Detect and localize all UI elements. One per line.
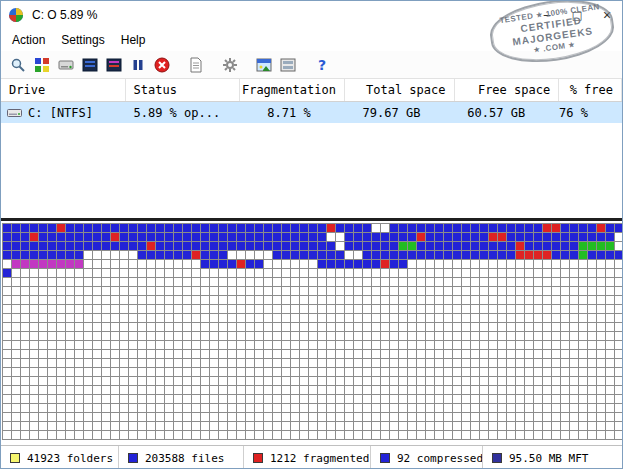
map-cell bbox=[354, 386, 363, 395]
map-cell bbox=[381, 251, 390, 260]
map-cell bbox=[363, 422, 372, 431]
map-cell bbox=[615, 233, 623, 242]
map-cell bbox=[147, 233, 156, 242]
minimize-button[interactable]: − bbox=[532, 1, 562, 29]
boot-time-scan-button[interactable] bbox=[252, 53, 276, 77]
about-button[interactable]: ? bbox=[310, 53, 334, 77]
map-cell bbox=[381, 296, 390, 305]
map-cell bbox=[561, 287, 570, 296]
map-cell bbox=[435, 323, 444, 332]
map-cell bbox=[480, 431, 489, 440]
map-cell bbox=[21, 305, 30, 314]
map-cell bbox=[408, 323, 417, 332]
map-cell bbox=[525, 413, 534, 422]
map-cell bbox=[381, 260, 390, 269]
map-cell bbox=[606, 260, 615, 269]
map-cell bbox=[210, 395, 219, 404]
map-cell bbox=[147, 260, 156, 269]
stop-button[interactable] bbox=[150, 53, 174, 77]
settings-button[interactable] bbox=[218, 53, 242, 77]
map-cell bbox=[93, 395, 102, 404]
map-cell bbox=[444, 260, 453, 269]
table-row[interactable]: C: [NTFS]5.89 % op...8.71 %79.67 GB60.57… bbox=[1, 102, 622, 123]
map-cell bbox=[444, 431, 453, 440]
map-cell bbox=[201, 350, 210, 359]
column-header-total-space[interactable]: Total space bbox=[345, 79, 455, 101]
map-cell bbox=[399, 422, 408, 431]
map-cell bbox=[12, 278, 21, 287]
map-cell bbox=[174, 404, 183, 413]
map-cell bbox=[489, 233, 498, 242]
map-cell bbox=[579, 404, 588, 413]
map-cell bbox=[498, 332, 507, 341]
map-cell bbox=[462, 359, 471, 368]
map-cell bbox=[561, 377, 570, 386]
map-cell bbox=[345, 386, 354, 395]
close-button[interactable]: ✕ bbox=[592, 1, 622, 29]
menu-action[interactable]: Action bbox=[4, 30, 53, 50]
menu-settings[interactable]: Settings bbox=[53, 30, 112, 50]
map-cell bbox=[516, 242, 525, 251]
map-cell bbox=[147, 314, 156, 323]
title-bar: C: O 5.89 % − □ ✕ bbox=[1, 1, 622, 29]
boot-script-button[interactable] bbox=[276, 53, 300, 77]
map-cell bbox=[291, 323, 300, 332]
map-cell bbox=[318, 413, 327, 422]
analyze-button[interactable] bbox=[6, 53, 30, 77]
optimize-mft-button[interactable] bbox=[102, 53, 126, 77]
map-cell bbox=[102, 233, 111, 242]
map-cell bbox=[57, 332, 66, 341]
map-cell bbox=[165, 350, 174, 359]
map-cell bbox=[480, 413, 489, 422]
column-header-fragmentation[interactable]: Fragmentation bbox=[240, 79, 345, 101]
map-cell bbox=[138, 251, 147, 260]
map-cell bbox=[426, 359, 435, 368]
map-cell bbox=[507, 260, 516, 269]
map-cell bbox=[345, 260, 354, 269]
map-cell bbox=[327, 314, 336, 323]
column-header-free[interactable]: % free bbox=[559, 79, 622, 101]
maximize-button[interactable]: □ bbox=[562, 1, 592, 29]
report-button[interactable] bbox=[184, 53, 208, 77]
map-cell bbox=[390, 287, 399, 296]
map-cell bbox=[66, 305, 75, 314]
map-cell bbox=[102, 341, 111, 350]
map-cell bbox=[336, 413, 345, 422]
column-header-free-space[interactable]: Free space bbox=[455, 79, 560, 101]
map-cell bbox=[192, 278, 201, 287]
map-cell bbox=[489, 323, 498, 332]
map-cell bbox=[201, 314, 210, 323]
map-cell bbox=[93, 242, 102, 251]
map-cell bbox=[462, 323, 471, 332]
map-cell bbox=[273, 332, 282, 341]
map-cell bbox=[165, 377, 174, 386]
menu-help[interactable]: Help bbox=[113, 30, 154, 50]
map-cell bbox=[507, 332, 516, 341]
map-cell bbox=[147, 359, 156, 368]
map-cell bbox=[183, 341, 192, 350]
quick-optimize-button[interactable] bbox=[54, 53, 78, 77]
pause-button[interactable] bbox=[126, 53, 150, 77]
map-cell bbox=[75, 314, 84, 323]
column-header-status[interactable]: Status bbox=[126, 79, 241, 101]
map-cell bbox=[435, 278, 444, 287]
full-optimize-button[interactable] bbox=[78, 53, 102, 77]
map-cell bbox=[291, 341, 300, 350]
column-header-drive[interactable]: Drive bbox=[1, 79, 126, 101]
map-cell bbox=[408, 386, 417, 395]
app-icon[interactable] bbox=[8, 7, 24, 23]
folders-panel: 41923 folders bbox=[1, 446, 119, 469]
defrag-button[interactable] bbox=[30, 53, 54, 77]
map-cell bbox=[552, 341, 561, 350]
map-cell bbox=[12, 242, 21, 251]
map-cell bbox=[507, 323, 516, 332]
map-cell bbox=[12, 224, 21, 233]
map-cell bbox=[156, 269, 165, 278]
map-cell bbox=[579, 269, 588, 278]
map-cell bbox=[246, 431, 255, 440]
map-cell bbox=[606, 404, 615, 413]
map-cell bbox=[363, 242, 372, 251]
map-cell bbox=[570, 350, 579, 359]
map-cell bbox=[363, 278, 372, 287]
full-optimize-icon bbox=[82, 57, 98, 73]
